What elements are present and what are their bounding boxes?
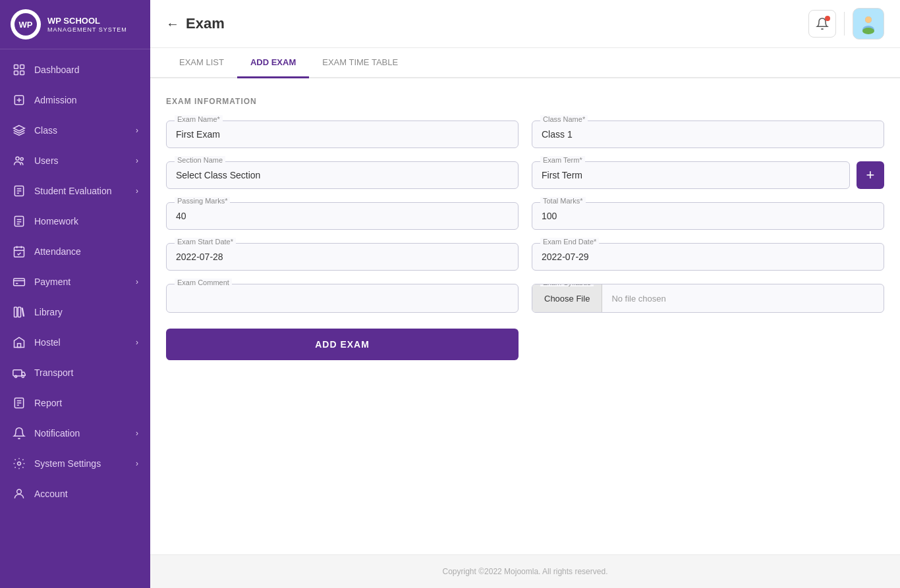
sidebar-item-report[interactable]: Report xyxy=(0,388,150,418)
sidebar-label-hostel: Hostel xyxy=(34,337,136,348)
add-exam-button[interactable]: ADD EXAM xyxy=(166,329,519,360)
header-divider xyxy=(844,12,845,36)
sidebar-label-library: Library xyxy=(34,307,138,317)
exam-end-date-field: Exam End Date* xyxy=(532,243,884,271)
svg-rect-15 xyxy=(14,217,23,227)
exam-start-date-label: Exam Start Date* xyxy=(175,238,236,246)
svg-text:WP: WP xyxy=(19,20,33,30)
page-title-area: ← Exam xyxy=(166,15,808,32)
form-area: EXAM INFORMATION Exam Name* Class Name* … xyxy=(150,78,900,554)
svg-point-10 xyxy=(20,157,23,160)
sidebar-item-hostel[interactable]: Hostel › xyxy=(0,327,150,358)
class-name-input[interactable] xyxy=(542,128,874,141)
sidebar-logo[interactable]: WP WP SCHOOL MANAGEMENT SYSTEM xyxy=(0,0,150,49)
section-name-input[interactable] xyxy=(176,169,509,182)
sidebar-label-system-settings: System Settings xyxy=(34,458,136,469)
svg-point-37 xyxy=(17,489,22,494)
exam-end-date-label: Exam End Date* xyxy=(540,238,599,246)
homework-icon xyxy=(12,214,26,228)
form-grid: Exam Name* Class Name* Section Name Exam xyxy=(166,120,884,360)
report-icon xyxy=(12,396,26,410)
app-subtitle: MANAGEMENT SYSTEM xyxy=(47,26,127,33)
exam-term-input[interactable] xyxy=(542,169,840,182)
notification-icon xyxy=(12,426,26,441)
sidebar-label-dashboard: Dashboard xyxy=(34,65,138,75)
total-marks-input[interactable] xyxy=(542,209,874,223)
settings-icon xyxy=(12,456,26,471)
total-marks-field: Total Marks* xyxy=(532,202,884,230)
svg-rect-3 xyxy=(20,65,24,69)
sidebar-label-admission: Admission xyxy=(34,95,138,105)
back-button[interactable]: ← xyxy=(166,16,179,32)
hostel-arrow-icon: › xyxy=(136,338,138,347)
sidebar-item-student-evaluation[interactable]: Student Evaluation › xyxy=(0,176,150,206)
passing-marks-input[interactable] xyxy=(176,209,509,223)
class-name-label: Class Name* xyxy=(540,115,588,123)
notification-button[interactable] xyxy=(808,10,836,38)
svg-point-41 xyxy=(865,16,872,23)
svg-rect-28 xyxy=(18,344,21,348)
sidebar-item-users[interactable]: Users › xyxy=(0,146,150,176)
exam-comment-label: Exam Comment xyxy=(175,279,232,286)
sidebar-item-notification[interactable]: Notification › xyxy=(0,418,150,448)
sidebar-item-dashboard[interactable]: Dashboard xyxy=(0,55,150,85)
exam-name-field: Exam Name* xyxy=(166,120,519,148)
sidebar-item-attendance[interactable]: Attendance xyxy=(0,236,150,267)
sidebar: WP WP SCHOOL MANAGEMENT SYSTEM Dashboard xyxy=(0,0,150,588)
svg-rect-23 xyxy=(14,279,25,286)
sidebar-label-users: Users xyxy=(34,155,136,166)
users-arrow-icon: › xyxy=(136,156,138,165)
user-avatar-button[interactable] xyxy=(853,8,884,40)
svg-rect-5 xyxy=(20,71,24,75)
sidebar-label-report: Report xyxy=(34,398,138,408)
tabs: EXAM LIST ADD EXAM EXAM TIME TABLE xyxy=(150,48,900,78)
sidebar-label-payment: Payment xyxy=(34,277,136,287)
sidebar-label-attendance: Attendance xyxy=(34,246,138,257)
footer-text: Copyright ©2022 Mojoomla. All rights res… xyxy=(443,567,608,576)
exam-start-date-input[interactable] xyxy=(176,250,509,263)
tab-exam-time-table[interactable]: EXAM TIME TABLE xyxy=(309,48,411,78)
sidebar-item-payment[interactable]: Payment › xyxy=(0,267,150,297)
sidebar-item-class[interactable]: Class › xyxy=(0,115,150,146)
attendance-icon xyxy=(12,244,26,259)
svg-point-42 xyxy=(862,28,874,34)
add-term-button[interactable]: + xyxy=(857,161,884,189)
header: ← Exam xyxy=(150,0,900,48)
class-icon xyxy=(12,123,26,138)
choose-file-button[interactable]: Choose File xyxy=(532,284,602,312)
sidebar-item-transport[interactable]: Transport xyxy=(0,358,150,388)
svg-rect-29 xyxy=(13,370,22,376)
sidebar-item-admission[interactable]: Admission xyxy=(0,85,150,115)
payment-icon xyxy=(12,275,26,289)
header-actions xyxy=(808,8,884,40)
payment-arrow-icon: › xyxy=(136,277,138,286)
exam-end-date-input[interactable] xyxy=(542,250,874,263)
sidebar-item-library[interactable]: Library xyxy=(0,297,150,327)
sidebar-label-transport: Transport xyxy=(34,367,138,378)
class-arrow-icon: › xyxy=(136,126,138,135)
hostel-icon xyxy=(12,335,26,350)
passing-marks-field: Passing Marks* xyxy=(166,202,519,230)
logo-icon: WP xyxy=(11,9,41,40)
svg-rect-2 xyxy=(14,65,18,69)
sidebar-item-system-settings[interactable]: System Settings › xyxy=(0,448,150,479)
sidebar-label-student-evaluation: Student Evaluation xyxy=(34,186,136,196)
tab-add-exam[interactable]: ADD EXAM xyxy=(237,48,309,78)
app-name: WP SCHOOL xyxy=(47,16,127,27)
footer: Copyright ©2022 Mojoomla. All rights res… xyxy=(150,554,900,588)
transport-icon xyxy=(12,365,26,380)
exam-syllabus-field: Exam Syllabus Choose File No file chosen xyxy=(532,284,884,313)
exam-comment-input[interactable] xyxy=(176,291,509,304)
sidebar-label-notification: Notification xyxy=(34,428,136,439)
file-upload-row: Choose File No file chosen xyxy=(532,284,884,312)
svg-rect-19 xyxy=(14,247,24,257)
tab-exam-list[interactable]: EXAM LIST xyxy=(166,48,237,78)
exam-comment-field: Exam Comment xyxy=(166,284,519,313)
svg-point-30 xyxy=(14,375,16,377)
exam-name-label: Exam Name* xyxy=(175,115,223,123)
notification-dot xyxy=(825,16,830,21)
sidebar-item-account[interactable]: Account xyxy=(0,479,150,509)
sidebar-item-homework[interactable]: Homework xyxy=(0,206,150,236)
exam-name-input[interactable] xyxy=(176,128,509,141)
passing-marks-label: Passing Marks* xyxy=(175,197,230,205)
